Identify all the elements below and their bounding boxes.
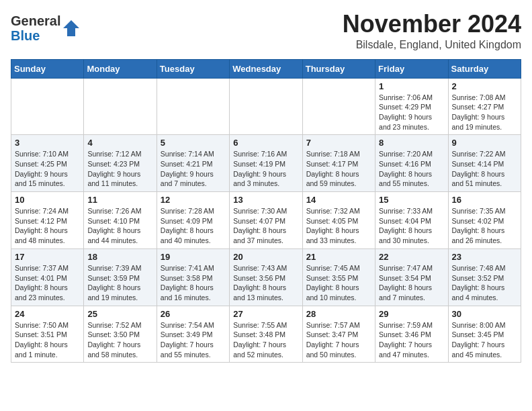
- calendar-cell: 30Sunrise: 8:00 AM Sunset: 3:45 PM Dayli…: [448, 306, 521, 363]
- calendar: SundayMondayTuesdayWednesdayThursdayFrid…: [11, 59, 521, 363]
- day-number: 26: [161, 309, 226, 319]
- calendar-cell: [157, 78, 229, 135]
- day-info: Sunrise: 7:24 AM Sunset: 4:12 PM Dayligh…: [15, 206, 80, 246]
- day-number: 18: [87, 252, 152, 262]
- weekday-header-row: SundayMondayTuesdayWednesdayThursdayFrid…: [11, 59, 521, 78]
- weekday-header-saturday: Saturday: [448, 59, 521, 78]
- day-number: 21: [306, 252, 371, 262]
- calendar-cell: 22Sunrise: 7:47 AM Sunset: 3:54 PM Dayli…: [375, 248, 448, 306]
- day-info: Sunrise: 7:45 AM Sunset: 3:55 PM Dayligh…: [306, 263, 371, 303]
- day-info: Sunrise: 7:47 AM Sunset: 3:54 PM Dayligh…: [379, 263, 444, 303]
- calendar-cell: [302, 78, 375, 135]
- day-info: Sunrise: 7:54 AM Sunset: 3:49 PM Dayligh…: [161, 320, 226, 360]
- day-info: Sunrise: 7:06 AM Sunset: 4:29 PM Dayligh…: [379, 93, 444, 132]
- weekday-header-friday: Friday: [375, 59, 448, 78]
- calendar-cell: 15Sunrise: 7:33 AM Sunset: 4:04 PM Dayli…: [375, 192, 448, 249]
- month-title: November 2024: [343, 11, 521, 38]
- day-info: Sunrise: 7:32 AM Sunset: 4:05 PM Dayligh…: [306, 206, 371, 246]
- day-number: 27: [233, 309, 298, 319]
- calendar-cell: 3Sunrise: 7:10 AM Sunset: 4:25 PM Daylig…: [11, 135, 84, 192]
- day-info: Sunrise: 7:57 AM Sunset: 3:47 PM Dayligh…: [306, 320, 371, 360]
- calendar-cell: 20Sunrise: 7:43 AM Sunset: 3:56 PM Dayli…: [230, 248, 302, 306]
- calendar-cell: 24Sunrise: 7:50 AM Sunset: 3:51 PM Dayli…: [11, 306, 84, 363]
- calendar-cell: [11, 78, 84, 135]
- day-number: 12: [161, 195, 226, 205]
- calendar-header: SundayMondayTuesdayWednesdayThursdayFrid…: [11, 59, 521, 78]
- weekday-header-tuesday: Tuesday: [157, 59, 229, 78]
- title-area: November 2024 Bilsdale, England, United …: [343, 11, 521, 51]
- day-number: 29: [379, 309, 444, 319]
- week-row-2: 10Sunrise: 7:24 AM Sunset: 4:12 PM Dayli…: [11, 192, 521, 249]
- week-row-1: 3Sunrise: 7:10 AM Sunset: 4:25 PM Daylig…: [11, 135, 521, 192]
- day-info: Sunrise: 7:55 AM Sunset: 3:48 PM Dayligh…: [233, 320, 298, 360]
- calendar-cell: 26Sunrise: 7:54 AM Sunset: 3:49 PM Dayli…: [157, 306, 229, 363]
- logo-blue: Blue: [11, 28, 40, 43]
- calendar-cell: 6Sunrise: 7:16 AM Sunset: 4:19 PM Daylig…: [230, 135, 302, 192]
- calendar-cell: 28Sunrise: 7:57 AM Sunset: 3:47 PM Dayli…: [302, 306, 375, 363]
- day-number: 28: [306, 309, 371, 319]
- day-number: 16: [452, 195, 517, 205]
- day-info: Sunrise: 7:22 AM Sunset: 4:14 PM Dayligh…: [452, 149, 517, 189]
- calendar-cell: 19Sunrise: 7:41 AM Sunset: 3:58 PM Dayli…: [157, 248, 229, 306]
- day-number: 10: [15, 195, 80, 205]
- day-number: 3: [15, 138, 80, 148]
- day-number: 15: [379, 195, 444, 205]
- calendar-cell: 14Sunrise: 7:32 AM Sunset: 4:05 PM Dayli…: [302, 192, 375, 249]
- day-number: 11: [87, 195, 152, 205]
- week-row-0: 1Sunrise: 7:06 AM Sunset: 4:29 PM Daylig…: [11, 78, 521, 135]
- logo-icon: [62, 19, 81, 38]
- header: General Blue November 2024 Bilsdale, Eng…: [11, 11, 521, 51]
- day-number: 8: [379, 138, 444, 148]
- weekday-header-sunday: Sunday: [11, 59, 84, 78]
- calendar-cell: 21Sunrise: 7:45 AM Sunset: 3:55 PM Dayli…: [302, 248, 375, 306]
- calendar-body: 1Sunrise: 7:06 AM Sunset: 4:29 PM Daylig…: [11, 78, 521, 363]
- day-info: Sunrise: 7:48 AM Sunset: 3:52 PM Dayligh…: [452, 263, 517, 303]
- calendar-cell: 27Sunrise: 7:55 AM Sunset: 3:48 PM Dayli…: [230, 306, 302, 363]
- day-info: Sunrise: 7:28 AM Sunset: 4:09 PM Dayligh…: [161, 206, 226, 246]
- calendar-cell: 25Sunrise: 7:52 AM Sunset: 3:50 PM Dayli…: [84, 306, 157, 363]
- day-info: Sunrise: 7:26 AM Sunset: 4:10 PM Dayligh…: [87, 206, 152, 246]
- week-row-4: 24Sunrise: 7:50 AM Sunset: 3:51 PM Dayli…: [11, 306, 521, 363]
- day-number: 22: [379, 252, 444, 262]
- day-number: 14: [306, 195, 371, 205]
- calendar-cell: 10Sunrise: 7:24 AM Sunset: 4:12 PM Dayli…: [11, 192, 84, 249]
- day-info: Sunrise: 7:41 AM Sunset: 3:58 PM Dayligh…: [161, 263, 226, 303]
- day-number: 25: [87, 309, 152, 319]
- day-info: Sunrise: 7:39 AM Sunset: 3:59 PM Dayligh…: [87, 263, 152, 303]
- day-info: Sunrise: 7:16 AM Sunset: 4:19 PM Dayligh…: [233, 149, 298, 189]
- weekday-header-thursday: Thursday: [302, 59, 375, 78]
- calendar-cell: [84, 78, 157, 135]
- day-info: Sunrise: 7:35 AM Sunset: 4:02 PM Dayligh…: [452, 206, 517, 246]
- day-info: Sunrise: 7:43 AM Sunset: 3:56 PM Dayligh…: [233, 263, 298, 303]
- location-title: Bilsdale, England, United Kingdom: [343, 39, 521, 51]
- calendar-cell: 1Sunrise: 7:06 AM Sunset: 4:29 PM Daylig…: [375, 78, 448, 135]
- day-info: Sunrise: 7:37 AM Sunset: 4:01 PM Dayligh…: [15, 263, 80, 303]
- day-number: 13: [233, 195, 298, 205]
- day-number: 20: [233, 252, 298, 262]
- day-info: Sunrise: 7:12 AM Sunset: 4:23 PM Dayligh…: [87, 149, 152, 189]
- day-info: Sunrise: 8:00 AM Sunset: 3:45 PM Dayligh…: [452, 320, 517, 360]
- day-number: 17: [15, 252, 80, 262]
- week-row-3: 17Sunrise: 7:37 AM Sunset: 4:01 PM Dayli…: [11, 248, 521, 306]
- calendar-cell: 29Sunrise: 7:59 AM Sunset: 3:46 PM Dayli…: [375, 306, 448, 363]
- calendar-cell: [230, 78, 302, 135]
- day-info: Sunrise: 7:10 AM Sunset: 4:25 PM Dayligh…: [15, 149, 80, 189]
- calendar-cell: 17Sunrise: 7:37 AM Sunset: 4:01 PM Dayli…: [11, 248, 84, 306]
- calendar-cell: 12Sunrise: 7:28 AM Sunset: 4:09 PM Dayli…: [157, 192, 229, 249]
- calendar-cell: 9Sunrise: 7:22 AM Sunset: 4:14 PM Daylig…: [448, 135, 521, 192]
- calendar-cell: 2Sunrise: 7:08 AM Sunset: 4:27 PM Daylig…: [448, 78, 521, 135]
- day-number: 5: [161, 138, 226, 148]
- day-info: Sunrise: 7:33 AM Sunset: 4:04 PM Dayligh…: [379, 206, 444, 246]
- day-number: 1: [379, 81, 444, 91]
- calendar-cell: 13Sunrise: 7:30 AM Sunset: 4:07 PM Dayli…: [230, 192, 302, 249]
- day-number: 9: [452, 138, 517, 148]
- day-info: Sunrise: 7:52 AM Sunset: 3:50 PM Dayligh…: [87, 320, 152, 360]
- calendar-cell: 18Sunrise: 7:39 AM Sunset: 3:59 PM Dayli…: [84, 248, 157, 306]
- calendar-cell: 16Sunrise: 7:35 AM Sunset: 4:02 PM Dayli…: [448, 192, 521, 249]
- logo-general: General: [11, 13, 60, 28]
- day-number: 4: [87, 138, 152, 148]
- weekday-header-monday: Monday: [84, 59, 157, 78]
- day-number: 2: [452, 81, 517, 91]
- calendar-cell: 5Sunrise: 7:14 AM Sunset: 4:21 PM Daylig…: [157, 135, 229, 192]
- day-info: Sunrise: 7:18 AM Sunset: 4:17 PM Dayligh…: [306, 149, 371, 189]
